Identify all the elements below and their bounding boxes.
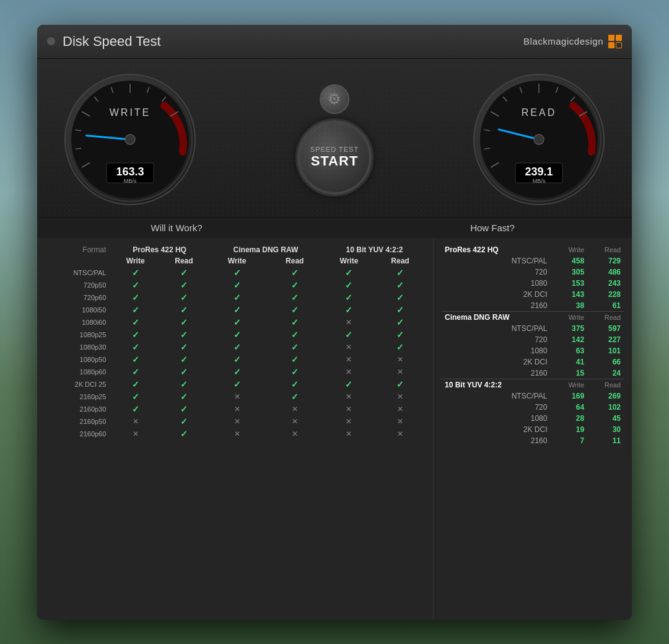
check-icon: ✓ xyxy=(396,317,404,327)
table-row: 1080i60✓✓✓✓✕✓ xyxy=(45,316,426,329)
svg-text:READ: READ xyxy=(522,107,556,118)
right-read-val: 729 xyxy=(588,255,624,267)
right-section-title: Cinema DNG RAW xyxy=(441,311,552,323)
bmd-squares xyxy=(608,35,622,48)
right-row-label: NTSC/PAL xyxy=(441,390,552,402)
check-icon: ✓ xyxy=(132,305,139,315)
check-icon: ✓ xyxy=(396,305,404,315)
format-cell: 1080p50 xyxy=(45,353,111,366)
check-cell: ✓ xyxy=(208,291,266,304)
format-cell: 2160p50 xyxy=(45,415,111,428)
table-row: 1080p50✓✓✓✓✕✕ xyxy=(45,353,426,366)
right-write-val: 19 xyxy=(552,424,588,435)
right-read-val: 101 xyxy=(588,345,624,356)
check-cell: ✕ xyxy=(375,415,426,428)
table-row: NTSC/PAL✓✓✓✓✓✓ xyxy=(45,267,426,279)
read-gauge-container: READ 239.1 MB/s xyxy=(471,71,607,208)
right-table-row: 21601524 xyxy=(441,368,624,379)
cross-icon: ✕ xyxy=(292,430,298,438)
check-icon: ✓ xyxy=(345,280,352,290)
left-table: Format ProRes 422 HQ Cinema DNG RAW 10 B… xyxy=(37,238,434,620)
right-row-label: 1080 xyxy=(441,278,552,289)
check-cell: ✓ xyxy=(160,366,208,378)
check-cell: ✓ xyxy=(375,316,426,329)
right-row-label: NTSC/PAL xyxy=(441,323,552,334)
right-write-subhdr: Write xyxy=(552,379,588,390)
right-read-val: 486 xyxy=(588,267,624,278)
cross-icon: ✕ xyxy=(346,368,352,376)
check-icon: ✓ xyxy=(345,268,352,278)
check-icon: ✓ xyxy=(132,268,139,278)
check-icon: ✓ xyxy=(132,293,139,302)
right-table-row: NTSC/PAL169269 xyxy=(441,390,624,402)
check-icon: ✓ xyxy=(180,392,188,402)
svg-point-33 xyxy=(534,135,544,144)
check-icon: ✓ xyxy=(132,392,139,402)
check-icon: ✓ xyxy=(291,379,299,389)
check-cell: ✓ xyxy=(160,304,208,316)
check-icon: ✓ xyxy=(396,379,404,389)
right-table-row: 108063101 xyxy=(441,345,624,356)
dng-read-header: Read xyxy=(266,255,323,267)
cross-icon: ✕ xyxy=(346,405,352,413)
check-cell: ✓ xyxy=(111,316,160,329)
right-read-subhdr: Read xyxy=(588,379,624,390)
cross-icon: ✕ xyxy=(346,343,352,351)
format-cell: 1080i60 xyxy=(45,316,111,329)
settings-button[interactable]: ⚙ xyxy=(320,84,349,114)
right-write-val: 458 xyxy=(552,255,588,267)
check-cell: ✓ xyxy=(323,378,375,390)
right-table-row: 2K DCI143228 xyxy=(441,289,624,300)
read-gauge: READ 239.1 MB/s xyxy=(471,71,607,208)
check-cell: ✓ xyxy=(323,291,375,304)
center-controls: ⚙ SPEED TEST START xyxy=(297,84,372,195)
start-button[interactable]: SPEED TEST START xyxy=(297,120,372,195)
cross-icon: ✕ xyxy=(133,417,139,426)
check-cell: ✓ xyxy=(111,279,160,291)
table-row: 2160p60✕✓✕✕✕✕ xyxy=(45,428,426,440)
check-icon: ✓ xyxy=(396,268,404,278)
cross-icon: ✕ xyxy=(397,355,403,364)
check-icon: ✓ xyxy=(345,293,352,302)
check-cell: ✕ xyxy=(266,403,323,415)
check-cell: ✓ xyxy=(208,267,266,279)
check-cell: ✕ xyxy=(323,415,375,428)
check-cell: ✓ xyxy=(323,267,375,279)
check-cell: ✓ xyxy=(111,378,160,390)
check-icon: ✓ xyxy=(180,280,188,290)
check-cell: ✓ xyxy=(266,341,323,353)
check-icon: ✓ xyxy=(180,367,188,377)
check-icon: ✓ xyxy=(234,280,241,290)
check-cell: ✓ xyxy=(111,341,160,353)
check-cell: ✓ xyxy=(375,304,426,316)
right-section-title: ProRes 422 HQ xyxy=(441,244,552,255)
check-cell: ✓ xyxy=(160,329,208,341)
right-write-val: 143 xyxy=(552,289,588,300)
right-read-val: 24 xyxy=(588,368,624,379)
right-read-subhdr: Read xyxy=(588,244,624,255)
right-read-val: 45 xyxy=(588,413,624,424)
cross-icon: ✕ xyxy=(234,430,240,438)
svg-text:239.1: 239.1 xyxy=(525,165,553,178)
right-read-val: 30 xyxy=(588,424,624,435)
close-button[interactable] xyxy=(47,37,55,45)
check-cell: ✓ xyxy=(266,353,323,366)
format-cell: 2160p25 xyxy=(45,390,111,403)
check-icon: ✓ xyxy=(132,379,139,389)
bmd-sq-4 xyxy=(616,42,622,48)
bmd-sq-3 xyxy=(608,42,614,48)
section-labels: Will it Work? How Fast? xyxy=(37,218,632,238)
data-section: Format ProRes 422 HQ Cinema DNG RAW 10 B… xyxy=(37,238,632,620)
format-cell: NTSC/PAL xyxy=(45,267,111,279)
check-cell: ✓ xyxy=(160,403,208,415)
right-write-val: 63 xyxy=(552,345,588,356)
check-cell: ✓ xyxy=(375,329,426,341)
check-cell: ✓ xyxy=(375,291,426,304)
check-icon: ✓ xyxy=(291,280,299,290)
table-row: 720p60✓✓✓✓✓✓ xyxy=(45,291,426,304)
check-cell: ✕ xyxy=(375,366,426,378)
right-write-val: 169 xyxy=(552,390,588,402)
right-write-subhdr: Write xyxy=(552,244,588,255)
check-icon: ✓ xyxy=(180,317,188,327)
bmd-logo-text: Blackmagicdesign xyxy=(523,36,603,46)
